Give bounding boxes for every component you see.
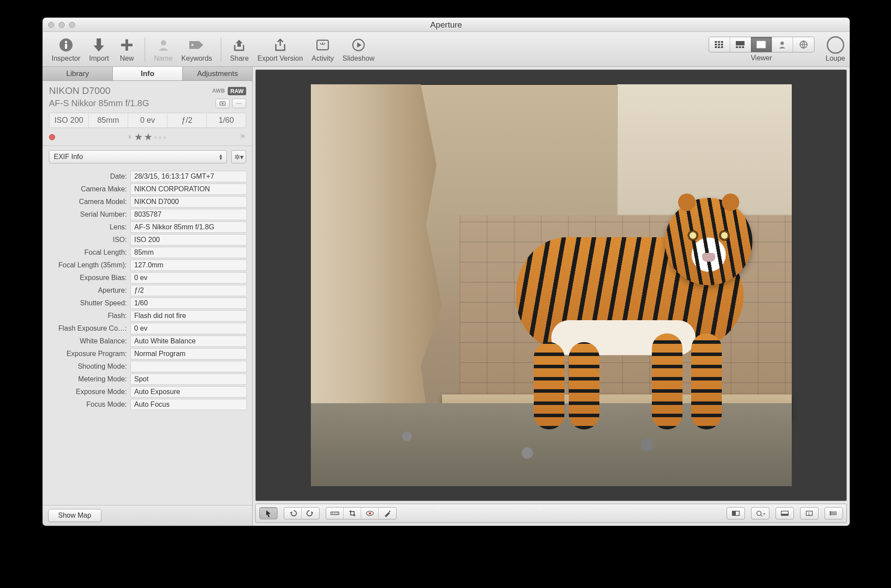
- minimize-window-button[interactable]: [59, 22, 65, 28]
- export-version-button[interactable]: Export Version: [258, 36, 303, 62]
- activity-icon: [313, 36, 332, 54]
- window-title: Aperture: [43, 20, 849, 30]
- camera-small-button-a[interactable]: [216, 99, 230, 108]
- lens-name: AF-S Nikkor 85mm f/1.8G: [49, 98, 149, 108]
- exif-key: ISO:: [48, 236, 130, 244]
- info-icon: [57, 36, 75, 54]
- exif-value[interactable]: 127.0mm: [130, 259, 247, 271]
- tab-adjustments[interactable]: Adjustments: [183, 67, 252, 80]
- tool-crop[interactable]: [344, 508, 361, 519]
- exif-key: Focus Mode:: [48, 401, 130, 408]
- name-button[interactable]: Name: [154, 36, 173, 62]
- exif-value[interactable]: 85mm: [130, 247, 247, 258]
- tool-selection-arrow[interactable]: [260, 508, 277, 519]
- viewer-mode-viewer[interactable]: [751, 37, 772, 52]
- svg-rect-43: [732, 511, 736, 515]
- window-controls: [48, 22, 75, 28]
- tool-rotate-cw[interactable]: [302, 508, 319, 519]
- tool-brush[interactable]: [379, 508, 396, 519]
- tool-metadata-overlay[interactable]: [776, 508, 794, 519]
- exif-value[interactable]: NIKON CORPORATION: [130, 183, 247, 195]
- exif-value[interactable]: Flash did not fire: [130, 310, 247, 322]
- share-button[interactable]: Share: [230, 36, 249, 62]
- exif-value[interactable]: Auto White Balance: [130, 336, 247, 347]
- exif-value[interactable]: ISO 200: [130, 234, 247, 246]
- viewer-label: Viewer: [751, 54, 772, 62]
- person-icon: [154, 36, 173, 54]
- exif-key: Focal Length (35mm):: [48, 261, 130, 269]
- tag-icon: [188, 36, 206, 54]
- exif-key: White Balance:: [48, 337, 130, 345]
- tool-straighten[interactable]: [326, 508, 344, 519]
- svg-rect-20: [718, 46, 720, 48]
- exif-row: Camera Make:NIKON CORPORATION: [48, 183, 247, 195]
- tool-zoom-menu[interactable]: ▾: [752, 508, 769, 519]
- exif-value[interactable]: Auto Exposure: [130, 386, 247, 398]
- camera-small-button-b[interactable]: [232, 99, 246, 108]
- tool-show-master[interactable]: [727, 508, 745, 519]
- viewer-mode-browser[interactable]: [709, 37, 730, 52]
- zoom-window-button[interactable]: [69, 22, 75, 28]
- exif-value[interactable]: 8035787: [130, 209, 247, 220]
- viewer-mode-split[interactable]: [730, 37, 751, 52]
- metadata-action-menu[interactable]: ✲▾: [231, 150, 246, 163]
- flag-icon[interactable]: ⚑: [239, 132, 246, 142]
- tab-library[interactable]: Library: [43, 67, 113, 80]
- exif-value[interactable]: [130, 361, 247, 372]
- svg-point-40: [369, 512, 371, 515]
- viewer-mode-faces[interactable]: [772, 37, 793, 52]
- exif-value[interactable]: 1/60: [130, 297, 247, 309]
- exif-value[interactable]: ƒ/2: [130, 285, 247, 296]
- exif-row: Focal Length (35mm):127.0mm: [48, 259, 247, 271]
- viewer-tool-row: ▾ 1: [255, 504, 847, 523]
- exif-value[interactable]: Normal Program: [130, 348, 247, 360]
- tab-info[interactable]: Info: [113, 67, 183, 80]
- import-button[interactable]: Import: [89, 36, 109, 62]
- exif-key: Exposure Program:: [48, 350, 130, 358]
- exif-key: Flash Exposure Co…:: [48, 325, 130, 332]
- exif-row: ISO:ISO 200: [48, 234, 247, 246]
- tool-primary-only[interactable]: 1: [801, 508, 818, 519]
- loupe-button[interactable]: Loupe: [826, 36, 846, 62]
- exif-key: Aperture:: [48, 287, 130, 294]
- color-label-red[interactable]: [49, 134, 55, 140]
- svg-rect-13: [715, 41, 717, 43]
- metadata-preset-value: EXIF Info: [54, 153, 83, 161]
- exif-value[interactable]: AF-S Nikkor 85mm f/1.8G: [130, 221, 247, 233]
- exif-key: Shutter Speed:: [48, 299, 130, 307]
- image-viewer-canvas[interactable]: [255, 69, 847, 501]
- svg-line-45: [761, 515, 762, 516]
- svg-point-1: [65, 41, 67, 43]
- close-window-button[interactable]: [48, 22, 54, 28]
- new-button[interactable]: New: [118, 36, 136, 62]
- exif-value[interactable]: 0 ev: [130, 272, 247, 284]
- show-map-button[interactable]: Show Map: [48, 509, 101, 522]
- svg-rect-26: [757, 41, 766, 48]
- exif-value[interactable]: 28/3/15, 16:13:17 GMT+7: [130, 171, 247, 182]
- svg-rect-17: [718, 44, 720, 45]
- keywords-button[interactable]: Keywords: [181, 36, 212, 62]
- metadata-preset-select[interactable]: EXIF Info ▲▼: [49, 150, 227, 163]
- svg-line-11: [324, 43, 325, 45]
- slideshow-button[interactable]: Slideshow: [343, 36, 375, 62]
- tool-redeye[interactable]: [361, 508, 379, 519]
- activity-button[interactable]: Activity: [312, 36, 334, 62]
- exif-value[interactable]: Auto Focus: [130, 399, 247, 410]
- star-rating[interactable]: ×★★●●●: [128, 131, 167, 143]
- exif-key: Shooting Mode:: [48, 363, 130, 370]
- svg-point-44: [757, 511, 761, 515]
- exif-row: Shooting Mode:: [48, 361, 247, 372]
- viewer-mode-places[interactable]: [793, 37, 814, 52]
- exif-key: Flash:: [48, 312, 130, 320]
- exif-value[interactable]: 0 ev: [130, 323, 247, 334]
- exif-key: Serial Number:: [48, 211, 130, 218]
- tool-rotate-ccw[interactable]: [284, 508, 302, 519]
- exif-value[interactable]: NIKON D7000: [130, 196, 247, 208]
- svg-rect-3: [97, 38, 101, 45]
- inspector-button[interactable]: Inspector: [52, 36, 80, 62]
- tool-full-screen[interactable]: [825, 508, 842, 519]
- exif-row: Focal Length:85mm: [48, 247, 247, 258]
- svg-rect-19: [715, 46, 717, 48]
- svg-rect-16: [715, 44, 717, 45]
- exif-value[interactable]: Spot: [130, 374, 247, 385]
